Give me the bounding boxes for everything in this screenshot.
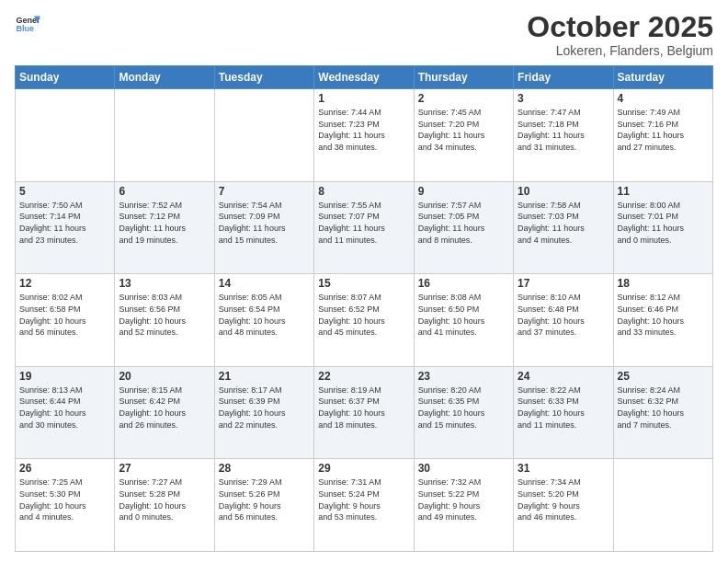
day-info: Sunrise: 7:32 AM Sunset: 5:22 PM Dayligh…: [418, 477, 509, 523]
calendar-cell: 28Sunrise: 7:29 AM Sunset: 5:26 PM Dayli…: [214, 459, 313, 552]
page: General Blue October 2025 Lokeren, Fland…: [0, 0, 728, 563]
day-info: Sunrise: 8:20 AM Sunset: 6:35 PM Dayligh…: [418, 385, 509, 431]
calendar-week-row: 26Sunrise: 7:25 AM Sunset: 5:30 PM Dayli…: [16, 459, 713, 552]
day-number: 31: [518, 462, 609, 475]
calendar-cell: 11Sunrise: 8:00 AM Sunset: 7:01 PM Dayli…: [613, 181, 712, 274]
day-number: 6: [119, 185, 210, 198]
calendar-week-row: 1Sunrise: 7:44 AM Sunset: 7:23 PM Daylig…: [16, 89, 713, 182]
header-wednesday: Wednesday: [314, 66, 414, 89]
header-sunday: Sunday: [16, 66, 115, 89]
day-info: Sunrise: 8:07 AM Sunset: 6:52 PM Dayligh…: [318, 292, 409, 338]
day-info: Sunrise: 7:47 AM Sunset: 7:18 PM Dayligh…: [518, 107, 609, 153]
calendar-cell: 1Sunrise: 7:44 AM Sunset: 7:23 PM Daylig…: [314, 89, 414, 182]
day-info: Sunrise: 8:02 AM Sunset: 6:58 PM Dayligh…: [19, 292, 110, 338]
calendar-cell: [115, 89, 214, 182]
calendar-cell: 19Sunrise: 8:13 AM Sunset: 6:44 PM Dayli…: [16, 366, 115, 459]
day-number: 9: [418, 185, 509, 198]
day-number: 29: [318, 462, 409, 475]
day-info: Sunrise: 7:54 AM Sunset: 7:09 PM Dayligh…: [219, 200, 310, 246]
calendar-cell: 27Sunrise: 7:27 AM Sunset: 5:28 PM Dayli…: [115, 459, 214, 552]
calendar-cell: 30Sunrise: 7:32 AM Sunset: 5:22 PM Dayli…: [414, 459, 513, 552]
day-number: 2: [418, 92, 509, 105]
calendar-cell: [613, 459, 712, 552]
day-number: 16: [418, 277, 509, 290]
location: Lokeren, Flanders, Belgium: [527, 43, 713, 58]
calendar-week-row: 19Sunrise: 8:13 AM Sunset: 6:44 PM Dayli…: [16, 366, 713, 459]
day-info: Sunrise: 7:50 AM Sunset: 7:14 PM Dayligh…: [19, 200, 110, 246]
day-number: 18: [618, 277, 709, 290]
calendar-cell: 10Sunrise: 7:58 AM Sunset: 7:03 PM Dayli…: [514, 181, 613, 274]
day-info: Sunrise: 7:55 AM Sunset: 7:07 PM Dayligh…: [318, 200, 409, 246]
day-number: 27: [119, 462, 210, 475]
day-number: 24: [518, 370, 609, 383]
day-info: Sunrise: 7:44 AM Sunset: 7:23 PM Dayligh…: [318, 107, 409, 153]
day-info: Sunrise: 7:31 AM Sunset: 5:24 PM Dayligh…: [318, 477, 409, 523]
calendar-cell: [214, 89, 313, 182]
day-number: 11: [618, 185, 709, 198]
day-number: 1: [318, 92, 409, 105]
day-info: Sunrise: 7:34 AM Sunset: 5:20 PM Dayligh…: [518, 477, 609, 523]
calendar-cell: 23Sunrise: 8:20 AM Sunset: 6:35 PM Dayli…: [414, 366, 513, 459]
calendar-cell: 16Sunrise: 8:08 AM Sunset: 6:50 PM Dayli…: [414, 274, 513, 367]
day-number: 21: [219, 370, 310, 383]
header-monday: Monday: [115, 66, 214, 89]
day-number: 15: [318, 277, 409, 290]
day-number: 13: [119, 277, 210, 290]
day-info: Sunrise: 7:27 AM Sunset: 5:28 PM Dayligh…: [119, 477, 210, 523]
calendar-cell: 4Sunrise: 7:49 AM Sunset: 7:16 PM Daylig…: [613, 89, 712, 182]
logo-icon: General Blue: [15, 11, 40, 37]
day-info: Sunrise: 8:19 AM Sunset: 6:37 PM Dayligh…: [318, 385, 409, 431]
calendar-cell: 2Sunrise: 7:45 AM Sunset: 7:20 PM Daylig…: [414, 89, 513, 182]
calendar-cell: 18Sunrise: 8:12 AM Sunset: 6:46 PM Dayli…: [613, 274, 712, 367]
calendar-cell: 20Sunrise: 8:15 AM Sunset: 6:42 PM Dayli…: [115, 366, 214, 459]
day-info: Sunrise: 8:05 AM Sunset: 6:54 PM Dayligh…: [219, 292, 310, 338]
header: General Blue October 2025 Lokeren, Fland…: [15, 11, 713, 58]
day-number: 19: [19, 370, 110, 383]
calendar-cell: 17Sunrise: 8:10 AM Sunset: 6:48 PM Dayli…: [514, 274, 613, 367]
day-number: 4: [618, 92, 709, 105]
day-number: 14: [219, 277, 310, 290]
calendar-cell: 31Sunrise: 7:34 AM Sunset: 5:20 PM Dayli…: [514, 459, 613, 552]
day-info: Sunrise: 7:29 AM Sunset: 5:26 PM Dayligh…: [219, 477, 310, 523]
calendar-cell: 12Sunrise: 8:02 AM Sunset: 6:58 PM Dayli…: [16, 274, 115, 367]
day-info: Sunrise: 8:08 AM Sunset: 6:50 PM Dayligh…: [418, 292, 509, 338]
logo: General Blue: [15, 11, 40, 37]
title-block: October 2025 Lokeren, Flanders, Belgium: [527, 11, 713, 58]
day-info: Sunrise: 8:10 AM Sunset: 6:48 PM Dayligh…: [518, 292, 609, 338]
day-number: 30: [418, 462, 509, 475]
day-info: Sunrise: 7:45 AM Sunset: 7:20 PM Dayligh…: [418, 107, 509, 153]
month-title: October 2025: [527, 11, 713, 43]
day-info: Sunrise: 8:12 AM Sunset: 6:46 PM Dayligh…: [618, 292, 709, 338]
day-info: Sunrise: 8:03 AM Sunset: 6:56 PM Dayligh…: [119, 292, 210, 338]
day-number: 10: [518, 185, 609, 198]
calendar-cell: 26Sunrise: 7:25 AM Sunset: 5:30 PM Dayli…: [16, 459, 115, 552]
calendar-cell: 24Sunrise: 8:22 AM Sunset: 6:33 PM Dayli…: [514, 366, 613, 459]
day-number: 26: [19, 462, 110, 475]
day-number: 23: [418, 370, 509, 383]
calendar-cell: 13Sunrise: 8:03 AM Sunset: 6:56 PM Dayli…: [115, 274, 214, 367]
day-info: Sunrise: 7:57 AM Sunset: 7:05 PM Dayligh…: [418, 200, 509, 246]
day-info: Sunrise: 8:24 AM Sunset: 6:32 PM Dayligh…: [618, 385, 709, 431]
day-info: Sunrise: 8:13 AM Sunset: 6:44 PM Dayligh…: [19, 385, 110, 431]
calendar-week-row: 5Sunrise: 7:50 AM Sunset: 7:14 PM Daylig…: [16, 181, 713, 274]
day-number: 3: [518, 92, 609, 105]
day-info: Sunrise: 7:49 AM Sunset: 7:16 PM Dayligh…: [618, 107, 709, 153]
calendar-week-row: 12Sunrise: 8:02 AM Sunset: 6:58 PM Dayli…: [16, 274, 713, 367]
day-number: 5: [19, 185, 110, 198]
day-number: 22: [318, 370, 409, 383]
calendar-cell: 14Sunrise: 8:05 AM Sunset: 6:54 PM Dayli…: [214, 274, 313, 367]
calendar-table: Sunday Monday Tuesday Wednesday Thursday…: [15, 65, 713, 552]
calendar-cell: 21Sunrise: 8:17 AM Sunset: 6:39 PM Dayli…: [214, 366, 313, 459]
day-info: Sunrise: 8:15 AM Sunset: 6:42 PM Dayligh…: [119, 385, 210, 431]
calendar-cell: 29Sunrise: 7:31 AM Sunset: 5:24 PM Dayli…: [314, 459, 414, 552]
svg-text:Blue: Blue: [16, 24, 34, 33]
header-friday: Friday: [514, 66, 613, 89]
day-number: 7: [219, 185, 310, 198]
calendar-cell: 15Sunrise: 8:07 AM Sunset: 6:52 PM Dayli…: [314, 274, 414, 367]
day-info: Sunrise: 7:25 AM Sunset: 5:30 PM Dayligh…: [19, 477, 110, 523]
calendar-cell: 22Sunrise: 8:19 AM Sunset: 6:37 PM Dayli…: [314, 366, 414, 459]
day-number: 8: [318, 185, 409, 198]
calendar-cell: [16, 89, 115, 182]
calendar-cell: 5Sunrise: 7:50 AM Sunset: 7:14 PM Daylig…: [16, 181, 115, 274]
day-number: 20: [119, 370, 210, 383]
